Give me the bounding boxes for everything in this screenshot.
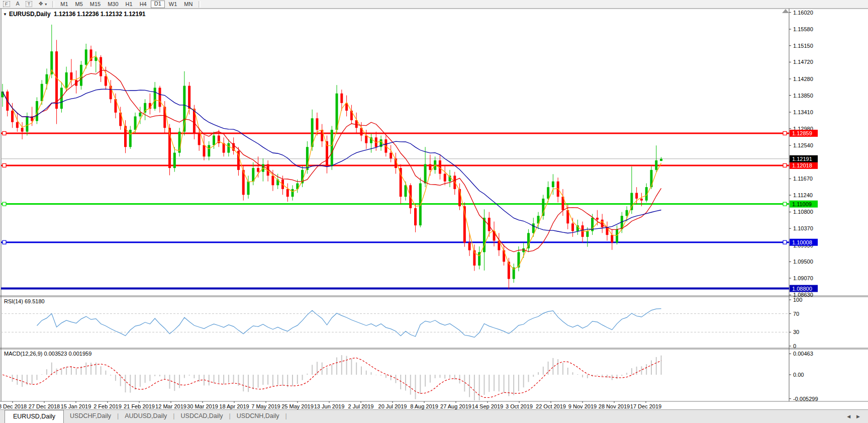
ohlc-low: 1.12132 <box>101 11 122 18</box>
svg-text:1.13410: 1.13410 <box>793 109 813 115</box>
profile-tool-icon[interactable]: F <box>0 1 13 8</box>
tab-scroll-controls: ◀ ▶ <box>847 410 868 423</box>
chart-tab-USDCHF[interactable]: USDCHF,Daily <box>64 410 117 423</box>
svg-text:1.11240: 1.11240 <box>793 192 813 198</box>
symbol-label: EURUSD,Daily <box>9 11 51 18</box>
macd-panel: 0.004630.00-0.005299 <box>3 351 818 401</box>
price-axis: 1.160201.155801.151501.147201.142801.138… <box>789 10 813 298</box>
svg-text:21 Feb 2019: 21 Feb 2019 <box>124 403 155 409</box>
rsi-line <box>37 309 661 337</box>
svg-text:12 Mar 2019: 12 Mar 2019 <box>155 403 186 409</box>
macd-indicator-label: MACD(12,26,9) 0.003523 0.001959 <box>4 351 91 357</box>
timeframe-button-H1[interactable]: H1 <box>123 1 136 8</box>
svg-text:1.08800: 1.08800 <box>792 286 812 292</box>
line-handle[interactable] <box>3 240 6 244</box>
svg-text:70: 70 <box>793 311 799 317</box>
arrow-style-tool-icon[interactable]: ❖▾ <box>35 1 50 8</box>
chart-tab-USDCAD[interactable]: USDCAD,Daily <box>175 410 229 423</box>
horizontal-levels <box>1 133 789 289</box>
collapse-icon[interactable]: ▼ <box>3 12 7 17</box>
svg-text:2 Feb 2019: 2 Feb 2019 <box>93 403 122 409</box>
svg-text:0.00463: 0.00463 <box>793 351 813 357</box>
panel-borders <box>0 9 868 401</box>
svg-text:3 Oct 2019: 3 Oct 2019 <box>506 403 533 409</box>
timeframe-button-W1[interactable]: W1 <box>166 1 180 8</box>
svg-text:27 Aug 2019: 27 Aug 2019 <box>440 403 471 409</box>
svg-text:0.00: 0.00 <box>793 372 804 378</box>
svg-text:1.10800: 1.10800 <box>793 209 813 215</box>
svg-text:1.15150: 1.15150 <box>793 43 813 49</box>
svg-text:8 Aug 2019: 8 Aug 2019 <box>410 403 438 409</box>
svg-text:1.12859: 1.12859 <box>792 130 812 136</box>
tab-scroll-left-button[interactable]: ◀ <box>847 414 850 419</box>
timeframe-button-M30[interactable]: M30 <box>105 1 121 8</box>
chart-title: ▼EURUSD,Daily 1.121361.122361.121321.121… <box>3 11 147 18</box>
toolbar-separator-2 <box>199 1 201 8</box>
svg-text:100: 100 <box>793 297 802 303</box>
chart-tab-USDCNH[interactable]: USDCNH,Daily <box>231 410 285 423</box>
svg-text:1.11670: 1.11670 <box>793 176 813 182</box>
svg-text:13 Jun 2019: 13 Jun 2019 <box>314 403 345 409</box>
svg-text:1.16020: 1.16020 <box>793 10 813 16</box>
timeframe-button-H4[interactable]: H4 <box>137 1 150 8</box>
timeframe-button-MN[interactable]: MN <box>181 1 196 8</box>
svg-text:1.13850: 1.13850 <box>793 93 813 99</box>
svg-text:1.10008: 1.10008 <box>792 239 812 245</box>
date-axis: 8 Dec 201827 Dec 201815 Jan 20192 Feb 20… <box>0 401 661 409</box>
timeframe-button-M5[interactable]: M5 <box>72 1 86 8</box>
line-handle[interactable] <box>3 131 6 135</box>
svg-text:20 Jul 2019: 20 Jul 2019 <box>378 403 407 409</box>
svg-text:18 Apr 2019: 18 Apr 2019 <box>219 403 249 409</box>
svg-text:1.09500: 1.09500 <box>793 259 813 265</box>
svg-text:1.11009: 1.11009 <box>792 201 812 207</box>
line-handle[interactable] <box>783 163 787 167</box>
mt4-window: FAT❖▾ M1M5M15M30H1H4D1W1MN 1.160201.1558… <box>0 0 868 423</box>
toolbar: FAT❖▾ M1M5M15M30H1H4D1W1MN <box>0 0 868 9</box>
timeframe-button-M15[interactable]: M15 <box>87 1 104 8</box>
ohlc-close: 1.12191 <box>124 11 145 18</box>
svg-text:27 Dec 2018: 27 Dec 2018 <box>29 403 60 409</box>
label-tool-icon[interactable]: A <box>13 1 23 8</box>
level-handles <box>3 131 787 244</box>
line-handle[interactable] <box>3 163 6 167</box>
timeframe-toolbar: M1M5M15M30H1H4D1W1MN <box>57 1 196 8</box>
drawing-tools: FAT❖▾ <box>0 1 50 8</box>
text-tool-icon[interactable]: T <box>23 1 36 8</box>
chart-canvas[interactable]: 1.160201.155801.151501.147201.142801.138… <box>0 0 868 410</box>
timeframe-button-M1[interactable]: M1 <box>57 1 71 8</box>
svg-text:22 Oct 2019: 22 Oct 2019 <box>536 403 566 409</box>
line-handle[interactable] <box>783 202 787 206</box>
svg-text:1.14280: 1.14280 <box>793 76 813 82</box>
svg-text:1.12018: 1.12018 <box>792 162 812 168</box>
rsi-indicator-label: RSI(14) 69.5180 <box>4 298 45 304</box>
svg-text:1.15580: 1.15580 <box>793 26 813 32</box>
svg-text:1.10370: 1.10370 <box>793 225 813 231</box>
svg-text:25 May 2019: 25 May 2019 <box>281 403 314 409</box>
tab-separator: | <box>285 410 287 423</box>
svg-text:15 Jan 2019: 15 Jan 2019 <box>61 403 91 409</box>
dropdown-caret-icon[interactable]: ▾ <box>45 2 47 7</box>
line-handle[interactable] <box>3 202 6 206</box>
line-handle[interactable] <box>783 240 787 244</box>
chart-tab-AUDUSD[interactable]: AUDUSD,Daily <box>119 410 173 423</box>
chart-tabs: EURUSD,DailyUSDCHF,Daily|AUDUSD,Daily|US… <box>0 410 287 423</box>
line-handle[interactable] <box>783 131 787 135</box>
svg-text:17 Dec 2019: 17 Dec 2019 <box>630 403 661 409</box>
svg-text:8 Dec 2018: 8 Dec 2018 <box>0 403 27 409</box>
tab-scroll-right-button[interactable]: ▶ <box>856 414 860 419</box>
svg-text:9 Nov 2019: 9 Nov 2019 <box>568 403 597 409</box>
svg-text:1.14720: 1.14720 <box>793 59 813 65</box>
svg-text:30: 30 <box>793 329 799 335</box>
chart-tab-bar: EURUSD,DailyUSDCHF,Daily|AUDUSD,Daily|US… <box>0 409 868 423</box>
svg-text:1.12540: 1.12540 <box>793 142 813 148</box>
timeframe-button-D1[interactable]: D1 <box>151 1 165 8</box>
chart-shift-marker-icon[interactable] <box>782 9 789 13</box>
svg-text:14 Sep 2019: 14 Sep 2019 <box>472 403 503 409</box>
svg-text:28 Nov 2019: 28 Nov 2019 <box>599 403 630 409</box>
svg-text:30 Mar 2019: 30 Mar 2019 <box>187 403 218 409</box>
chart-tab-EURUSD[interactable]: EURUSD,Daily <box>5 410 64 423</box>
svg-text:0: 0 <box>793 343 796 349</box>
ohlc-high: 1.12236 <box>77 11 99 18</box>
toolbar-separator <box>52 1 54 8</box>
svg-text:1.12191: 1.12191 <box>792 156 812 162</box>
